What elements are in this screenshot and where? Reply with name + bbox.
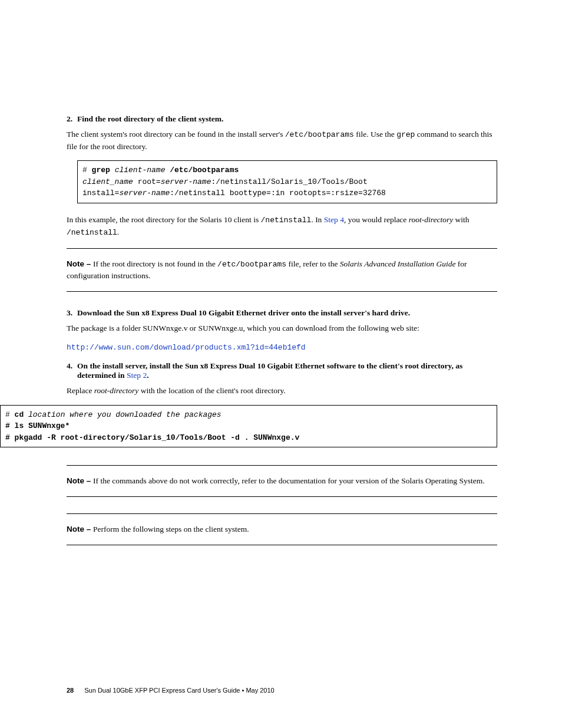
code-text: grep: [92, 166, 110, 174]
step-title: Download the Sun x8 Express Dual 10 Giga…: [77, 308, 497, 318]
code-text: cd: [15, 410, 24, 419]
step-2: 2. Find the root directory of the client…: [67, 114, 497, 124]
note-label: Note –: [67, 476, 93, 485]
note-label: Note –: [67, 525, 93, 533]
text: In this example, the root directory for …: [67, 215, 261, 224]
step-3-paragraph: The package is a folder SUNWnxge.v or SU…: [67, 322, 497, 334]
step-4-paragraph: Replace root-directory with the location…: [67, 385, 497, 397]
note-label: Note –: [67, 259, 93, 268]
text: with the location of the client's root d…: [138, 386, 285, 395]
code-text: client-name: [110, 166, 166, 174]
link-step-4[interactable]: Step 4: [324, 215, 344, 224]
rule: [67, 545, 497, 545]
text: .: [147, 371, 148, 380]
italic-text: root-directory: [94, 386, 138, 395]
text: . In: [311, 215, 323, 224]
download-url[interactable]: http://www.sun.com/download/products.xml…: [67, 342, 497, 354]
code-block-bootparams: # grep client-name /etc/bootparams clien…: [77, 160, 497, 203]
text: The client system's root directory can b…: [67, 130, 285, 139]
code-text: /etc/bootparams: [165, 166, 239, 174]
step-number: 4.: [67, 361, 77, 380]
italic-text: Solaris Advanced Installation Guide: [340, 259, 456, 268]
step-title: Find the root directory of the client sy…: [77, 114, 497, 124]
text: Replace: [67, 386, 94, 395]
code-text: # pkgadd -R root-directory/Solaris_10/To…: [5, 433, 299, 442]
rule: [67, 248, 497, 249]
rule: [67, 465, 497, 466]
link-step-2[interactable]: Step 2: [127, 371, 147, 380]
inline-code: /netinstall: [67, 228, 117, 237]
code-text: # ls SUNWnxge*: [5, 421, 70, 430]
code-text: server-name: [161, 177, 211, 186]
code-text: :/netinstall/Solaris_10/Tools/Boot: [211, 177, 367, 186]
rule: [67, 513, 497, 514]
rule: [67, 291, 497, 292]
italic-text: root-directory: [409, 215, 453, 224]
text: Perform the following steps on the clien…: [93, 525, 249, 533]
text: with: [453, 215, 469, 224]
step-3: 3. Download the Sun x8 Express Dual 10 G…: [67, 308, 497, 318]
text: .: [117, 228, 119, 236]
rule: [67, 496, 497, 497]
step-4: 4. On the install server, install the Su…: [67, 361, 497, 380]
step-number: 3.: [67, 308, 77, 318]
inline-code: /etc/bootparams: [285, 130, 354, 139]
code-text: #: [82, 166, 92, 174]
text: If the commands above do not work correc…: [93, 476, 485, 485]
example-paragraph: In this example, the root directory for …: [67, 214, 497, 239]
code-block-pkgadd: # cd location where you downloaded the p…: [0, 405, 497, 448]
page-number: 28: [67, 687, 74, 694]
inline-code: /netinstall: [261, 216, 312, 225]
note-commands: Note – If the commands above do not work…: [67, 475, 497, 487]
code-text: server-name: [119, 189, 170, 197]
step-title: On the install server, install the Sun x…: [77, 361, 497, 380]
code-text: #: [5, 410, 15, 419]
note-client-steps: Note – Perform the following steps on th…: [67, 523, 497, 535]
code-text: root=: [133, 177, 161, 186]
text: file. Use the: [354, 130, 396, 139]
code-text: location where you downloaded the packag…: [24, 410, 221, 419]
inline-code: grep: [396, 130, 415, 139]
text: If the root directory is not found in th…: [93, 259, 217, 268]
inline-code: /etc/bootparams: [217, 260, 286, 269]
document-page: 2. Find the root directory of the client…: [0, 0, 562, 728]
code-text: install=: [82, 189, 119, 197]
text: , you would replace: [344, 215, 409, 224]
code-text: :/netinstall boottype=:in rootopts=:rsiz…: [170, 189, 386, 197]
note-bootparams: Note – If the root directory is not foun…: [67, 258, 497, 282]
step-2-paragraph: The client system's root directory can b…: [67, 129, 497, 152]
text: file, refer to the: [286, 259, 340, 268]
step-number: 2.: [67, 114, 77, 124]
code-text: client_name: [82, 177, 133, 186]
footer-text: Sun Dual 10GbE XFP PCI Express Card User…: [84, 687, 274, 694]
page-footer: 28Sun Dual 10GbE XFP PCI Express Card Us…: [67, 687, 275, 694]
